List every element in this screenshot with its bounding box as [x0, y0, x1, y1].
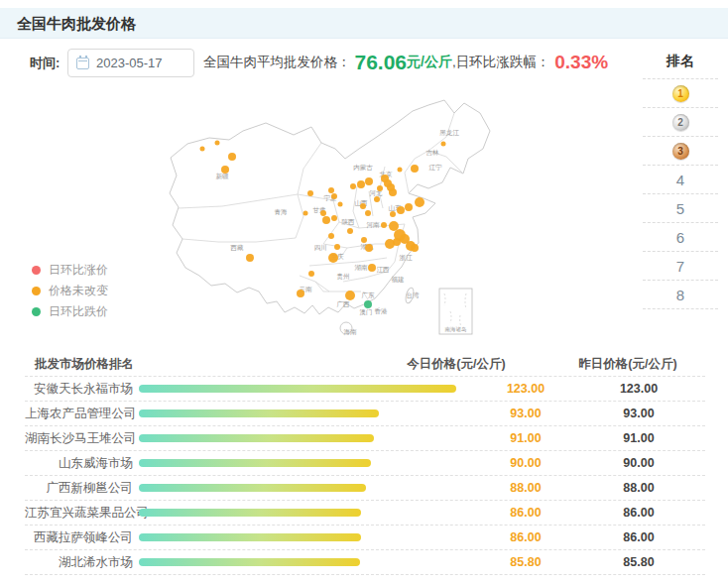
market-dot[interactable]	[322, 216, 330, 224]
price-bar[interactable]	[139, 558, 360, 566]
market-dot[interactable]	[328, 187, 334, 193]
market-dot[interactable]	[347, 228, 353, 234]
legend-item[interactable]: 日环比跌价	[32, 301, 108, 322]
table-header: 批发市场价格排名 今日价格(元/公斤) 昨日价格(元/公斤)	[25, 353, 705, 377]
sea-inset-label: 南海诸岛	[445, 326, 467, 333]
market-dot[interactable]	[221, 166, 229, 174]
rank-row: 7	[643, 252, 718, 281]
market-dot[interactable]	[368, 264, 376, 272]
market-name: 湖北浠水市场	[25, 554, 139, 571]
province-label: 福建	[392, 276, 406, 284]
china-map-svg: 南海诸岛 新疆西藏青海甘肃宁夏内蒙古陕西山西河北北京辽宁吉林黑龙江山东河南湖北重…	[149, 97, 635, 347]
date-value[interactable]: 2023-05-17	[96, 56, 163, 70]
market-dot[interactable]	[397, 206, 405, 214]
market-dot[interactable]	[411, 244, 419, 252]
province-label: 海南	[344, 328, 358, 336]
market-dot[interactable]	[338, 202, 343, 207]
market-dot[interactable]	[365, 244, 373, 252]
market-dot[interactable]	[398, 168, 403, 173]
rank-number: 8	[676, 287, 684, 303]
market-dot[interactable]	[331, 193, 337, 199]
china-map: 南海诸岛 新疆西藏青海甘肃宁夏内蒙古陕西山西河北北京辽宁吉林黑龙江山东河南湖北重…	[149, 97, 635, 347]
market-dot[interactable]	[200, 147, 205, 152]
legend-item[interactable]: 日环比涨价	[32, 260, 108, 281]
price-bar[interactable]	[139, 459, 371, 467]
market-dot[interactable]	[328, 253, 338, 263]
today-price: 90.00	[468, 456, 583, 470]
province-label: 浙江	[400, 254, 414, 262]
yesterday-price: 91.00	[583, 431, 694, 445]
page-title: 全国牛肉批发价格	[0, 8, 728, 39]
market-dot[interactable]	[297, 290, 304, 297]
market-dot[interactable]	[307, 190, 313, 196]
time-label: 时间:	[30, 55, 60, 72]
rank-medal-bronze-icon: 3	[672, 143, 689, 160]
yesterday-price: 86.00	[583, 530, 694, 544]
table-row: 安徽天长永福市场123.00123.00	[25, 377, 705, 402]
rank-row: 8	[643, 281, 718, 309]
market-dot[interactable]	[365, 177, 373, 185]
table-row: 上海农产品管理公司93.0093.00	[25, 402, 705, 426]
price-bar[interactable]	[139, 533, 361, 541]
bar-zone	[139, 434, 468, 442]
market-dot[interactable]	[361, 237, 367, 243]
market-dot[interactable]	[308, 271, 314, 277]
legend-label: 价格未改变	[49, 283, 108, 299]
province-label: 黑龙江	[439, 129, 459, 137]
market-dot[interactable]	[441, 142, 446, 147]
price-bar[interactable]	[139, 509, 361, 517]
market-dot[interactable]	[389, 188, 397, 196]
market-dot[interactable]	[405, 203, 413, 211]
yesterday-price: 93.00	[583, 407, 694, 420]
bar-zone	[139, 558, 468, 566]
market-dot[interactable]	[331, 215, 337, 221]
price-bar[interactable]	[139, 409, 379, 417]
yesterday-price: 90.00	[583, 456, 694, 470]
market-dot[interactable]	[389, 221, 399, 231]
market-dot[interactable]	[228, 153, 236, 161]
market-dot[interactable]	[381, 222, 387, 228]
market-dot[interactable]	[215, 141, 220, 146]
market-dot[interactable]	[357, 180, 365, 188]
today-price: 123.00	[468, 382, 583, 396]
market-dot[interactable]	[246, 254, 254, 262]
market-dot[interactable]	[365, 210, 371, 216]
market-dot[interactable]	[360, 203, 366, 209]
market-dot[interactable]	[374, 196, 380, 202]
market-dot[interactable]	[334, 244, 340, 250]
market-dot[interactable]	[328, 233, 334, 239]
market-dot[interactable]	[345, 291, 355, 300]
legend-item[interactable]: 价格未改变	[32, 281, 108, 301]
price-bar[interactable]	[139, 385, 456, 393]
market-dot[interactable]	[320, 210, 326, 216]
bar-zone	[139, 409, 468, 417]
table-row: 湖南长沙马王堆公司91.0091.00	[25, 426, 705, 451]
yesterday-price: 88.00	[583, 481, 694, 495]
avg-price-value: 76.06	[355, 51, 408, 74]
market-dot[interactable]	[390, 211, 396, 217]
table-row: 西藏拉萨领峰公司86.0086.00	[25, 526, 705, 550]
legend-label: 日环比涨价	[49, 262, 108, 279]
market-name: 上海农产品管理公司	[25, 406, 139, 422]
legend-dot-icon	[32, 266, 41, 275]
summary-line: 全国牛肉平均批发价格： 76.06 元/公斤 ,日环比涨跌幅： 0.33%	[203, 46, 608, 79]
market-dot[interactable]	[385, 239, 395, 249]
rank-row: 1	[643, 79, 718, 108]
rank-header: 排名	[643, 53, 718, 70]
market-dot[interactable]	[377, 185, 383, 191]
province-label: 内蒙古	[353, 164, 373, 172]
price-bar[interactable]	[139, 484, 366, 492]
market-name: 安徽天长永福市场	[25, 381, 139, 398]
rank-list: 12345678	[643, 78, 718, 309]
rank-medal-gold-icon: 1	[672, 85, 689, 102]
rank-number: 7	[676, 258, 684, 275]
market-dot[interactable]	[415, 197, 425, 207]
market-dot[interactable]	[364, 300, 372, 308]
legend-dot-icon	[32, 287, 41, 295]
date-picker[interactable]: 2023-05-17	[67, 49, 194, 77]
market-dot[interactable]	[350, 183, 356, 189]
market-dot[interactable]	[411, 165, 419, 173]
market-dot[interactable]	[303, 211, 308, 216]
province-label: 四川	[314, 244, 327, 251]
price-bar[interactable]	[139, 434, 374, 442]
